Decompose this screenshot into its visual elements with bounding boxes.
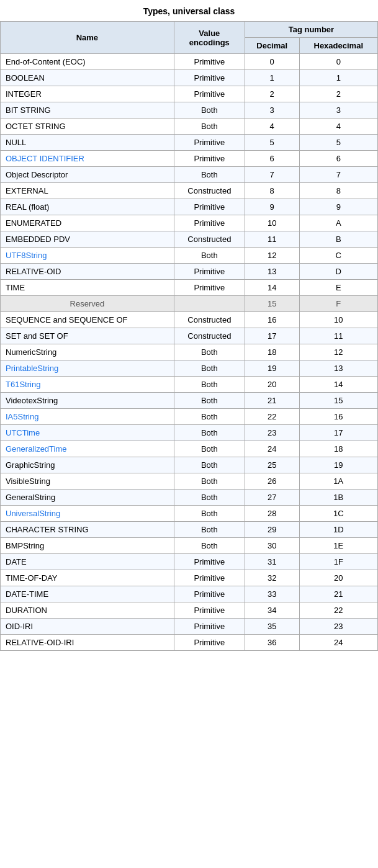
cell-encoding: Primitive — [174, 635, 245, 651]
cell-decimal: 22 — [245, 409, 299, 425]
cell-encoding: Constructed — [174, 312, 245, 328]
cell-encoding: Primitive — [174, 54, 245, 70]
table-row: SET and SET OF Constructed 17 11 — [1, 328, 378, 344]
col-header-value-encodings: Valueencodings — [174, 22, 245, 54]
table-row: OID-IRI Primitive 35 23 — [1, 619, 378, 635]
cell-decimal: 15 — [245, 296, 299, 312]
cell-hex: 1F — [299, 554, 377, 570]
cell-name-text: ENUMERATED — [6, 218, 61, 228]
cell-decimal: 25 — [245, 457, 299, 473]
cell-hex: B — [299, 231, 377, 248]
cell-hex: 18 — [299, 441, 377, 457]
col-header-decimal: Decimal — [245, 38, 299, 54]
cell-hex: 1E — [299, 538, 377, 554]
cell-name-link[interactable]: OBJECT IDENTIFIER — [6, 154, 84, 163]
cell-name: GraphicString — [1, 457, 174, 473]
table-row: GeneralizedTime Both 24 18 — [1, 441, 378, 457]
cell-decimal: 5 — [245, 135, 299, 151]
cell-name: Object Descriptor — [1, 167, 174, 183]
cell-encoding: Primitive — [174, 70, 245, 86]
cell-name-text: DATE-TIME — [6, 589, 48, 599]
table-row: UniversalString Both 28 1C — [1, 506, 378, 522]
cell-hex: 11 — [299, 328, 377, 344]
cell-decimal: 28 — [245, 506, 299, 522]
table-row: TIME-OF-DAY Primitive 32 20 — [1, 570, 378, 586]
cell-name: TIME — [1, 280, 174, 296]
cell-name: TIME-OF-DAY — [1, 570, 174, 586]
cell-encoding: Both — [174, 393, 245, 409]
cell-name-text: DATE — [6, 557, 27, 566]
cell-name: NULL — [1, 135, 174, 151]
cell-encoding: Primitive — [174, 280, 245, 296]
cell-decimal: 14 — [245, 280, 299, 296]
cell-name: GeneralString — [1, 490, 174, 506]
cell-name: RELATIVE-OID-IRI — [1, 635, 174, 651]
cell-name-link[interactable]: T61String — [6, 380, 40, 389]
cell-name-text: GraphicString — [6, 460, 55, 470]
table-row: NumericString Both 18 12 — [1, 344, 378, 360]
table-row: TIME Primitive 14 E — [1, 280, 378, 296]
cell-encoding: Primitive — [174, 586, 245, 602]
cell-decimal: 34 — [245, 602, 299, 619]
cell-decimal: 36 — [245, 635, 299, 651]
cell-hex: 8 — [299, 183, 377, 199]
cell-hex: 13 — [299, 360, 377, 377]
cell-decimal: 16 — [245, 312, 299, 328]
cell-hex: 1A — [299, 473, 377, 490]
cell-hex: 0 — [299, 54, 377, 70]
cell-name-link[interactable]: IA5String — [6, 412, 38, 421]
cell-name-text: TIME — [6, 283, 25, 292]
cell-name-text: VideotexString — [6, 396, 58, 405]
table-row: EMBEDDED PDV Constructed 11 B — [1, 231, 378, 248]
cell-encoding: Both — [174, 473, 245, 490]
cell-name-text: GeneralString — [6, 493, 55, 502]
cell-name-link[interactable]: GeneralizedTime — [6, 444, 67, 454]
cell-encoding: Both — [174, 441, 245, 457]
cell-name-text: INTEGER — [6, 89, 42, 99]
cell-decimal: 26 — [245, 473, 299, 490]
cell-hex: D — [299, 264, 377, 280]
cell-encoding: Both — [174, 538, 245, 554]
cell-decimal: 7 — [245, 167, 299, 183]
table-row: GraphicString Both 25 19 — [1, 457, 378, 473]
cell-name-link[interactable]: UTCTime — [6, 428, 40, 437]
cell-encoding: Primitive — [174, 264, 245, 280]
table-row: VisibleString Both 26 1A — [1, 473, 378, 490]
table-row: BMPString Both 30 1E — [1, 538, 378, 554]
cell-name-text: NumericString — [6, 347, 56, 357]
table-row: BOOLEAN Primitive 1 1 — [1, 70, 378, 86]
cell-hex: C — [299, 248, 377, 264]
cell-name: UTF8String — [1, 248, 174, 264]
cell-decimal: 24 — [245, 441, 299, 457]
col-header-hexadecimal: Hexadecimal — [299, 38, 377, 54]
cell-name-text: Object Descriptor — [6, 170, 68, 179]
cell-name: BOOLEAN — [1, 70, 174, 86]
cell-name-link[interactable]: UTF8String — [6, 251, 47, 260]
cell-decimal: 18 — [245, 344, 299, 360]
cell-decimal: 31 — [245, 554, 299, 570]
cell-name: OCTET STRING — [1, 119, 174, 135]
cell-encoding: Both — [174, 457, 245, 473]
cell-name: UTCTime — [1, 425, 174, 441]
cell-name: DATE-TIME — [1, 586, 174, 602]
cell-name-text: EXTERNAL — [6, 186, 48, 195]
cell-name-text: OID-IRI — [6, 622, 33, 631]
cell-encoding: Constructed — [174, 328, 245, 344]
cell-hex: 4 — [299, 119, 377, 135]
cell-encoding: Both — [174, 409, 245, 425]
cell-decimal: 32 — [245, 570, 299, 586]
cell-name-text: TIME-OF-DAY — [6, 573, 58, 583]
cell-name-link[interactable]: UniversalString — [6, 509, 60, 518]
cell-decimal: 13 — [245, 264, 299, 280]
table-row: RELATIVE-OID-IRI Primitive 36 24 — [1, 635, 378, 651]
table-row: End-of-Content (EOC) Primitive 0 0 — [1, 54, 378, 70]
cell-name: INTEGER — [1, 86, 174, 102]
cell-name-link[interactable]: PrintableString — [6, 364, 58, 373]
cell-name: EXTERNAL — [1, 183, 174, 199]
cell-name: VideotexString — [1, 393, 174, 409]
cell-encoding: Both — [174, 167, 245, 183]
cell-hex: 1C — [299, 506, 377, 522]
cell-decimal: 33 — [245, 586, 299, 602]
table-row: RELATIVE-OID Primitive 13 D — [1, 264, 378, 280]
cell-encoding: Both — [174, 119, 245, 135]
